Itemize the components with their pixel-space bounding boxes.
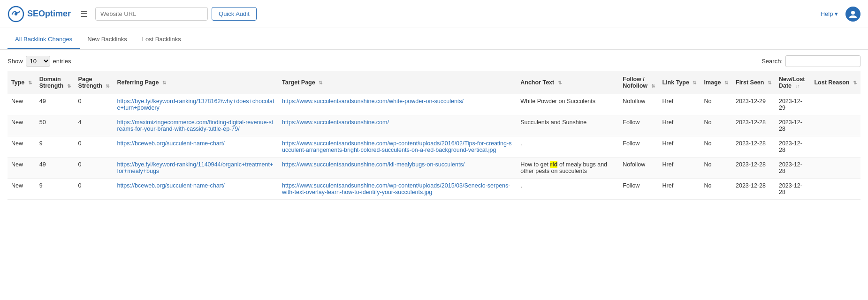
table-cell (810, 94, 860, 115)
backlink-url[interactable]: https://www.succulentsandsunshine.com/wp… (282, 140, 511, 153)
quick-audit-button[interactable]: Quick Audit (212, 7, 257, 21)
col-image[interactable]: Image ⇅ (700, 71, 732, 94)
backlink-url[interactable]: https://bceweb.org/succulent-name-chart/ (117, 182, 224, 189)
table-cell[interactable]: https://bye.fyi/keyword-ranking/1140944/… (113, 158, 278, 179)
user-avatar[interactable] (845, 7, 860, 22)
table-cell: Href (659, 115, 700, 136)
backlink-url[interactable]: https://www.succulentsandsunshine.com/ (282, 119, 389, 126)
svg-point-2 (851, 11, 855, 15)
table-cell: New (8, 179, 36, 200)
table-cell: 2023-12-28 (732, 158, 775, 179)
sort-icon-type: ⇅ (28, 80, 32, 85)
table-cell: Follow (619, 115, 658, 136)
table-cell[interactable]: https://www.succulentsandsunshine.com/wh… (278, 94, 517, 115)
table-cell: New (8, 136, 36, 158)
table-cell: 2023-12-28 (775, 115, 811, 136)
website-url-input[interactable] (95, 7, 208, 21)
tab-new-backlinks[interactable]: New Backlinks (80, 30, 135, 49)
table-cell: 49 (36, 94, 75, 115)
table-cell: No (700, 94, 732, 115)
tabs-nav: All Backlink Changes New Backlinks Lost … (0, 30, 868, 50)
table-cell: 2023-12-28 (775, 136, 811, 158)
col-page-strength[interactable]: PageStrength ⇅ (75, 71, 114, 94)
backlinks-table: Type ⇅ DomainStrength ⇅ PageStrength ⇅ R… (8, 71, 860, 200)
backlink-url[interactable]: https://bye.fyi/keyword-ranking/1378162/… (117, 98, 274, 111)
sort-icon-lostreason: ⇅ (853, 80, 857, 85)
table-row: New490https://bye.fyi/keyword-ranking/11… (8, 158, 860, 179)
table-row: New504https://maximizingecommerce.com/fi… (8, 115, 860, 136)
search-input[interactable] (785, 55, 860, 67)
table-cell: Nofollow (619, 158, 658, 179)
table-cell: 0 (75, 94, 114, 115)
sort-icon-referring: ⇅ (162, 80, 166, 85)
entries-select[interactable]: 10 25 50 100 (26, 56, 50, 67)
backlink-url[interactable]: https://www.succulentsandsunshine.com/ki… (282, 161, 464, 168)
col-new-lost-date[interactable]: New/LostDate ↓↑ (775, 71, 811, 94)
col-type[interactable]: Type ⇅ (8, 71, 36, 94)
table-cell: 2023-12-28 (732, 179, 775, 200)
table-cell: 2023-12-29 (732, 94, 775, 115)
table-cell[interactable]: https://bceweb.org/succulent-name-chart/ (113, 136, 278, 158)
col-anchor-text[interactable]: Anchor Text ⇅ (517, 71, 619, 94)
table-controls: Show 10 25 50 100 entries Search: (0, 50, 868, 71)
table-cell: 50 (36, 115, 75, 136)
col-follow-nofollow[interactable]: Follow /Nofollow ⇅ (619, 71, 658, 94)
header: SEOptimer ☰ Quick Audit Help ▾ (0, 0, 868, 28)
anchor-text-cell: How to get rid of mealy bugs and other p… (517, 158, 619, 179)
backlink-url[interactable]: https://www.succulentsandsunshine.com/wh… (282, 98, 464, 105)
backlink-url[interactable]: https://bye.fyi/keyword-ranking/1140944/… (117, 161, 273, 174)
col-domain-strength[interactable]: DomainStrength ⇅ (36, 71, 75, 94)
sort-icon-image: ⇅ (724, 80, 728, 85)
table-cell: New (8, 115, 36, 136)
show-label: Show (8, 58, 23, 65)
show-entries-control: Show 10 25 50 100 entries (8, 56, 71, 67)
table-cell[interactable]: https://www.succulentsandsunshine.com/ (278, 115, 517, 136)
table-cell: No (700, 158, 732, 179)
sort-icon-domain: ⇅ (67, 83, 71, 89)
tab-all-backlink-changes[interactable]: All Backlink Changes (8, 30, 80, 49)
sort-icon-page: ⇅ (106, 83, 109, 89)
backlink-url[interactable]: https://bceweb.org/succulent-name-chart/ (117, 140, 224, 147)
col-lost-reason[interactable]: Lost Reason ⇅ (810, 71, 860, 94)
backlink-url[interactable]: https://maximizingecommerce.com/finding-… (117, 119, 273, 132)
table-cell: 2023-12-28 (775, 179, 811, 200)
entries-label: entries (53, 58, 71, 65)
table-cell: Follow (619, 136, 658, 158)
table-cell: Href (659, 158, 700, 179)
col-target-page[interactable]: Target Page ⇅ (278, 71, 517, 94)
anchor-text-cell: White Powder on Succulents (517, 94, 619, 115)
table-cell[interactable]: https://www.succulentsandsunshine.com/wp… (278, 179, 517, 200)
table-cell (810, 115, 860, 136)
sort-icon-follow: ⇅ (651, 83, 655, 89)
table-cell[interactable]: https://bceweb.org/succulent-name-chart/ (113, 179, 278, 200)
table-cell[interactable]: https://www.succulentsandsunshine.com/wp… (278, 136, 517, 158)
table-cell (810, 158, 860, 179)
table-cell: 9 (36, 179, 75, 200)
table-cell[interactable]: https://bye.fyi/keyword-ranking/1378162/… (113, 94, 278, 115)
logo-text: SEOptimer (27, 9, 71, 19)
table-header-row: Type ⇅ DomainStrength ⇅ PageStrength ⇅ R… (8, 71, 860, 94)
table-cell: 2023-12-28 (775, 158, 811, 179)
col-referring-page[interactable]: Referring Page ⇅ (113, 71, 278, 94)
table-cell: 9 (36, 136, 75, 158)
table-cell: Href (659, 136, 700, 158)
backlink-url[interactable]: https://www.succulentsandsunshine.com/wp… (282, 182, 510, 195)
table-cell: No (700, 115, 732, 136)
table-cell[interactable]: https://www.succulentsandsunshine.com/ki… (278, 158, 517, 179)
col-first-seen[interactable]: First Seen ⇅ (732, 71, 775, 94)
sort-icon-linktype: ⇅ (693, 80, 696, 85)
help-button[interactable]: Help ▾ (821, 10, 838, 17)
col-link-type[interactable]: Link Type ⇅ (659, 71, 700, 94)
tab-lost-backlinks[interactable]: Lost Backlinks (135, 30, 189, 49)
sort-icon-anchor: ⇅ (558, 80, 562, 85)
hamburger-button[interactable]: ☰ (78, 7, 90, 21)
table-cell: 0 (75, 136, 114, 158)
backlinks-table-wrapper: Type ⇅ DomainStrength ⇅ PageStrength ⇅ R… (0, 71, 868, 200)
logo: SEOptimer (8, 6, 71, 22)
table-cell[interactable]: https://maximizingecommerce.com/finding-… (113, 115, 278, 136)
svg-point-1 (15, 13, 17, 15)
table-cell: 0 (75, 158, 114, 179)
table-row: New90https://bceweb.org/succulent-name-c… (8, 136, 860, 158)
sort-icon-target: ⇅ (319, 80, 322, 85)
sort-icon-firstseen: ⇅ (768, 80, 771, 85)
